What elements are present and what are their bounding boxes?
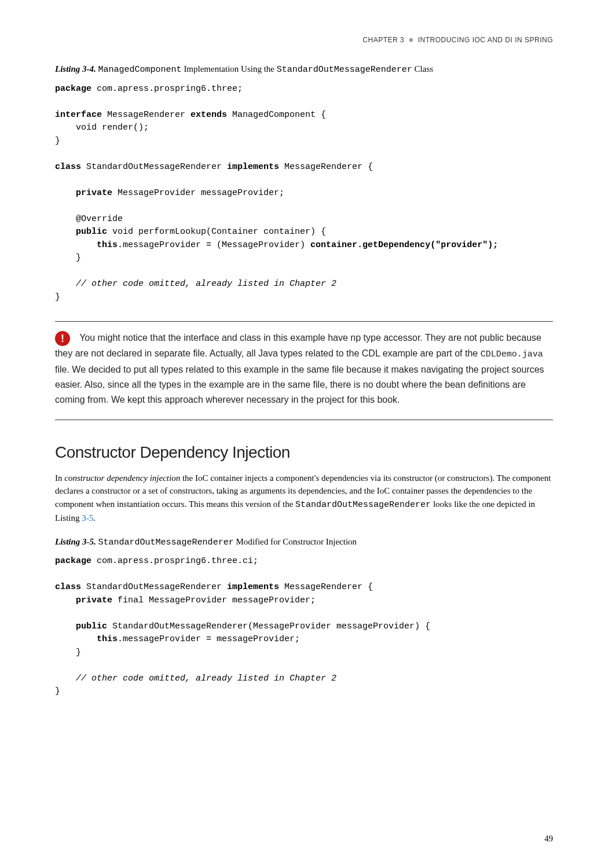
warning-note: ! You might notice that the interface an…: [55, 330, 553, 408]
listing-code-ref: StandardOutMessageRenderer: [98, 538, 234, 547]
divider: [55, 420, 553, 420]
listing-3-4-title: Listing 3-4. ManagedComponent Implementa…: [55, 62, 553, 77]
warning-icon: !: [55, 331, 70, 346]
listing-suffix: Class: [412, 64, 433, 73]
listing-prefix: Listing 3-5.: [55, 537, 96, 546]
chapter-label: CHAPTER 3: [362, 36, 404, 44]
section-title: Constructor Dependency Injection: [55, 440, 553, 465]
listing-link[interactable]: 3-5: [82, 513, 93, 523]
listing-3-5-title: Listing 3-5. StandardOutMessageRenderer …: [55, 535, 553, 550]
chapter-title: INTRODUCING IOC AND DI IN SPRING: [418, 36, 553, 44]
listing-suffix: Modified for Constructor Injection: [234, 537, 357, 546]
separator-icon: ■: [406, 36, 415, 44]
note-text-2: file. We decided to put all types relate…: [55, 365, 544, 405]
page-header: CHAPTER 3 ■ INTRODUCING IOC AND DI IN SP…: [55, 35, 553, 45]
para-text: In: [55, 473, 64, 483]
listing-code-ref-2: StandardOutMessageRenderer: [277, 65, 412, 75]
listing-middle: Implementation Using the: [182, 64, 277, 73]
code-listing-3-4: package com.apress.prospring6.three; int…: [55, 83, 553, 304]
listing-prefix: Listing 3-4.: [55, 64, 96, 73]
para-italic: constructor dependency injection: [64, 473, 180, 483]
divider: [55, 321, 553, 322]
listing-code-ref: ManagedComponent: [98, 65, 182, 75]
page-number: 49: [544, 832, 553, 845]
para-code: StandardOutMessageRenderer: [295, 500, 431, 510]
note-code-ref: CDLDemo.java: [481, 350, 543, 359]
para-text: .: [93, 513, 96, 523]
code-listing-3-5: package com.apress.prospring6.three.ci; …: [55, 555, 553, 698]
paragraph: In constructor dependency injection the …: [55, 472, 553, 525]
note-text-1: You might notice that the interface and …: [55, 333, 541, 358]
